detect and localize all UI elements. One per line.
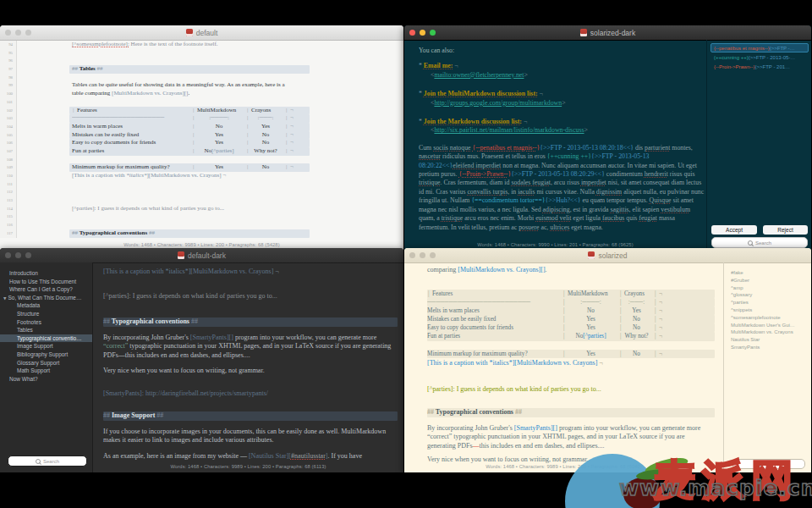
- text-segment: ¬: [222, 172, 227, 179]
- reject-button[interactable]: Reject: [763, 225, 808, 235]
- reference-item[interactable]: ^amp: [731, 284, 809, 292]
- sidebar-item-now-what[interactable]: Now What?: [0, 375, 92, 384]
- status-bar: Words: 1468 • Characters: 9989 • Lines: …: [93, 464, 403, 469]
- sidebar-item-so-what-can-this-docume[interactable]: ▼So, What Can This Docume…: [0, 294, 92, 302]
- sidebar-item-footnotes[interactable]: Footnotes: [0, 318, 92, 327]
- sidebar-item-typographical-conventio[interactable]: Typographical conventio…: [0, 334, 92, 343]
- link-text[interactable]: —: [473, 442, 480, 450]
- zoom-button[interactable]: [430, 30, 436, 36]
- change-list-item[interactable]: {++cunning ++}{>>FTP - 2013-05-…: [710, 52, 809, 62]
- minimize-button[interactable]: [15, 252, 21, 258]
- change-list-item[interactable]: {--penatibus et magnis--}{>>FTP -…: [710, 43, 809, 52]
- close-button[interactable]: [409, 30, 415, 36]
- link-text[interactable]: [MultiMarkdown vs. Crayons][]: [112, 90, 188, 97]
- reference-item[interactable]: ^snippets: [731, 306, 809, 314]
- sidebar-item-bibliography-support[interactable]: Bibliography Support: [0, 351, 92, 359]
- link-text[interactable]: [Nautilus Star][: [249, 452, 291, 460]
- text-segment: “correct”: [427, 433, 452, 440]
- link-text[interactable]: mailto:owner@fletcherpenney.net: [434, 71, 524, 79]
- reference-item[interactable]: MultiMarkdown User's Gui…: [731, 322, 809, 329]
- link-text[interactable]: http://groups.google.com/group/multimark…: [434, 99, 562, 107]
- text-segment: ¬: [659, 307, 662, 314]
- zoom-button[interactable]: [25, 252, 31, 258]
- link-text[interactable]: [^parties]: [583, 333, 606, 340]
- titlebar-default-dark[interactable]: default-dark: [0, 248, 403, 263]
- reference-item[interactable]: ^somesamplefootnote: [731, 314, 809, 322]
- table-cell: |¬: [654, 332, 669, 340]
- reference-item[interactable]: ^parties: [731, 299, 809, 306]
- sidebar-item-glossary-support[interactable]: Glossary Support: [0, 359, 92, 367]
- sidebar-item-tables[interactable]: Tables: [0, 326, 92, 334]
- sidebar-item-where-can-i-get-a-copy[interactable]: Where Can I Get a Copy?: [0, 285, 92, 294]
- link-text[interactable]: [This is a caption with: [103, 268, 166, 275]
- bl-editor[interactable]: [This is a caption with *italics*][Multi…: [103, 262, 398, 461]
- table-row: Mistakes can be easily fixed|Yes|No|¬: [427, 315, 715, 323]
- link-text[interactable]: [SmartyPants]: http://daringfireball.net…: [103, 389, 268, 397]
- reference-item[interactable]: Nautilus Star: [731, 336, 809, 344]
- accept-button[interactable]: Accept: [711, 225, 757, 235]
- sidebar-item-math-support[interactable]: Math Support: [0, 367, 92, 375]
- document-icon: [588, 251, 595, 259]
- link-text[interactable]: *italics*: [490, 359, 513, 367]
- search-input[interactable]: Search: [711, 237, 808, 248]
- link-text[interactable]: [^somesamplefootnote]:: [72, 41, 129, 47]
- link-text[interactable]: [This is a caption with: [72, 172, 126, 179]
- zoom-button[interactable]: [430, 252, 436, 258]
- reference-item[interactable]: ^glossary: [731, 291, 809, 299]
- text-segment: vestibulum: [661, 206, 690, 213]
- minimize-button[interactable]: [420, 30, 425, 36]
- sidebar-item-metadata[interactable]: Metadata: [0, 301, 92, 310]
- table-cell: |No: [619, 315, 654, 323]
- titlebar-solarized-dark[interactable]: solarized-dark: [404, 25, 811, 41]
- reference-item[interactable]: #Gruber: [731, 277, 809, 284]
- titlebar-solarized[interactable]: solarized: [404, 248, 811, 263]
- sidebar-item-how-to-use-this-document[interactable]: How to Use This Document: [0, 278, 92, 286]
- sidebar-item-label: Where Can I Get a Copy?: [9, 286, 73, 292]
- link-text[interactable]: http://six.pairlist.net/mailman/listinfo…: [434, 126, 584, 134]
- link-text[interactable]: #nautilusstar: [291, 452, 326, 460]
- close-button[interactable]: [5, 252, 11, 258]
- reference-item[interactable]: SmartyPants: [731, 344, 809, 351]
- sidebar-item-image-support[interactable]: Image Support: [0, 342, 92, 351]
- sidebar-item-structure[interactable]: Structure: [0, 310, 92, 318]
- close-button[interactable]: [409, 252, 415, 258]
- minimize-button[interactable]: [420, 252, 425, 258]
- text-segment: ¬: [659, 299, 662, 306]
- reference-item[interactable]: #fake: [731, 269, 809, 277]
- minimize-button[interactable]: [15, 30, 21, 36]
- tr-editor[interactable]: You can also:* Email me: ¬<mailto:owner@…: [419, 40, 705, 232]
- sidebar-item-label: Structure: [17, 311, 39, 317]
- link-text[interactable]: ][MultiMarkdown vs. Crayons]: [189, 268, 274, 275]
- reference-item[interactable]: MultiMarkdown vs. Crayons: [731, 329, 809, 336]
- table-cell: |¬: [654, 323, 669, 332]
- text-segment: comparing: [427, 266, 458, 273]
- link-text[interactable]: [SmartyPants][]: [190, 334, 233, 341]
- link-text[interactable]: [This is a caption with: [427, 359, 490, 367]
- link-text[interactable]: ][MultiMarkdown vs. Crayons]: [513, 359, 598, 367]
- sidebar-item-introduction[interactable]: Introduction: [0, 269, 92, 278]
- text-segment: [^parties]: I guess it depends on what k…: [72, 205, 224, 212]
- tl-editor-rows[interactable]: 94[^somesamplefootnote]: Here is the tex…: [0, 41, 403, 238]
- text-segment: ¬: [659, 333, 662, 340]
- table-cell: Easy to copy documents for friends: [72, 139, 192, 147]
- close-button[interactable]: [5, 30, 11, 36]
- titlebar-default[interactable]: default: [0, 25, 403, 41]
- link-text[interactable]: [MultiMarkdown vs. Crayons][]: [458, 266, 545, 273]
- pipe-character: |: [620, 290, 621, 298]
- table-row: [427, 341, 715, 350]
- change-list-item[interactable]: {--Proin->Prawn--}{>>FTP - 201…: [710, 62, 809, 71]
- sidebar-item-label: So, What Can This Docume…: [8, 295, 81, 301]
- br-editor[interactable]: comparing [MultiMarkdown vs. Crayons][].…: [427, 262, 715, 465]
- search-input[interactable]: Search: [732, 459, 805, 469]
- editor-row: 100table comparing [MultiMarkdown vs. Cr…: [0, 90, 403, 98]
- cell-value: No: [562, 306, 619, 315]
- link-text[interactable]: [SmartyPants][]: [514, 424, 557, 432]
- search-input[interactable]: Search: [8, 456, 87, 467]
- zoom-button[interactable]: [25, 30, 31, 36]
- editor-line: Minimum markup for maximum quality?|Yes|…: [69, 163, 310, 172]
- link-text[interactable]: *italics*: [166, 268, 189, 275]
- link-text[interactable]: [^parties]: [211, 147, 234, 154]
- text-segment: Yes: [261, 123, 270, 130]
- text-segment: hendrerit: [645, 170, 668, 178]
- link-text[interactable]: ][MultiMarkdown vs. Crayons]: [146, 172, 221, 179]
